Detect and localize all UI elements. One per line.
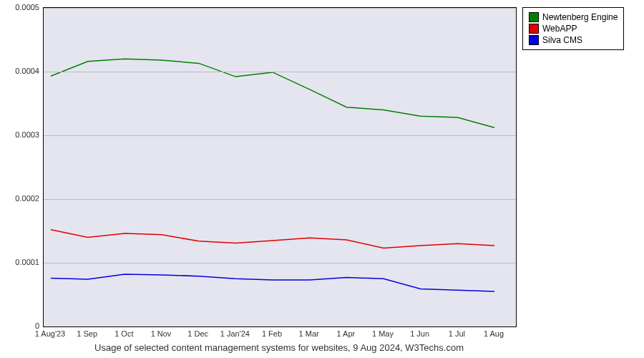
y-tick-label: 0.0004 — [4, 67, 39, 75]
legend-label: Silva CMS — [542, 35, 582, 45]
x-tick-label: 1 Feb — [262, 329, 282, 338]
grid-line — [44, 135, 516, 136]
legend-label: WebAPP — [542, 24, 577, 34]
chart-caption: Usage of selected content management sys… — [0, 342, 558, 353]
series-line — [51, 230, 494, 248]
x-tick-label: 1 Jan'24 — [220, 329, 250, 338]
y-tick-label: 0.0002 — [4, 194, 39, 203]
x-tick-label: 1 Dec — [187, 329, 208, 338]
chart-lines-svg — [44, 8, 516, 326]
x-tick-label: 1 May — [372, 329, 394, 338]
legend-label: Newtenberg Engine — [542, 12, 618, 22]
legend-item: WebAPP — [529, 24, 618, 34]
y-tick-label: 0 — [4, 321, 39, 330]
x-tick-label: 1 Jun — [410, 329, 429, 338]
x-tick-label: 1 Aug — [484, 329, 504, 338]
y-tick-label: 0.0003 — [4, 130, 39, 139]
grid-line — [44, 8, 516, 9]
grid-line — [44, 263, 516, 263]
plot-area — [43, 7, 517, 327]
y-tick-label: 0.0001 — [4, 258, 39, 266]
x-tick-label: 1 Jul — [449, 329, 465, 338]
grid-line — [44, 199, 516, 200]
legend-swatch — [529, 12, 539, 22]
legend-item: Newtenberg Engine — [529, 12, 618, 22]
series-line — [51, 59, 494, 127]
legend-swatch — [529, 35, 539, 45]
x-tick-label: 1 Aug'23 — [35, 329, 65, 338]
x-tick-label: 1 Apr — [336, 329, 355, 338]
grid-line — [44, 72, 516, 72]
legend: Newtenberg EngineWebAPPSilva CMS — [522, 7, 624, 50]
x-tick-label: 1 Nov — [151, 329, 172, 338]
x-tick-label: 1 Oct — [114, 329, 133, 338]
x-tick-label: 1 Mar — [299, 329, 319, 338]
series-line — [51, 274, 494, 291]
x-tick-label: 1 Sep — [77, 329, 97, 338]
y-tick-label: 0.0005 — [4, 3, 39, 11]
chart-container: Newtenberg EngineWebAPPSilva CMS Usage o… — [0, 0, 644, 358]
legend-item: Silva CMS — [529, 35, 618, 45]
legend-swatch — [529, 24, 539, 34]
